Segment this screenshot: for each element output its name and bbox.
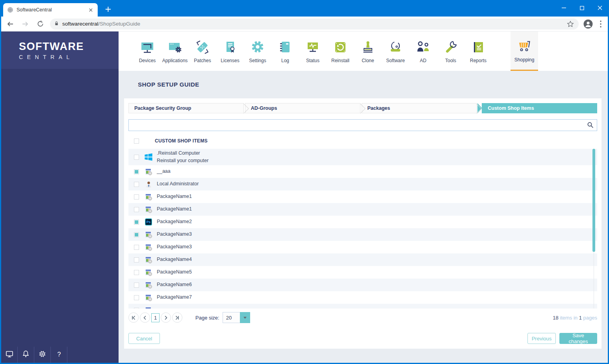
licenses-icon — [222, 39, 238, 55]
prev-page-button[interactable] — [140, 312, 150, 323]
first-page-button[interactable] — [128, 312, 139, 323]
row-checkbox[interactable] — [134, 257, 139, 262]
page-title: SHOP SETUP GUIDE — [138, 81, 199, 88]
sidebar-footer-monitor-button[interactable] — [1, 347, 18, 363]
package-icon — [144, 229, 153, 240]
reload-button[interactable] — [34, 18, 46, 30]
item-name: .Reinstall Computer — [157, 150, 208, 157]
wizard-step-package-security-group[interactable]: Package Security Group — [128, 103, 244, 113]
cancel-button[interactable]: Cancel — [128, 333, 160, 344]
profile-avatar[interactable] — [583, 19, 593, 29]
browser-menu-icon[interactable] — [597, 19, 605, 29]
next-page-button[interactable] — [161, 312, 171, 323]
row-checkbox[interactable] — [134, 207, 139, 212]
item-name: PackageName3 — [157, 243, 192, 251]
row-checkbox[interactable] — [134, 308, 139, 309]
nav-item-clone[interactable]: Clone — [354, 31, 382, 71]
row-checkbox[interactable] — [134, 283, 139, 288]
nav-item-ad[interactable]: AD — [409, 31, 437, 71]
nav-item-software[interactable]: Software — [382, 31, 409, 71]
row-checkbox[interactable] — [134, 194, 139, 200]
row-checkbox[interactable] — [134, 169, 139, 174]
sidebar-footer-bell-button[interactable] — [18, 347, 34, 363]
package-icon — [144, 166, 153, 177]
package-icon — [144, 255, 153, 265]
bookmark-star-icon[interactable] — [566, 20, 575, 28]
select-all-checkbox[interactable] — [134, 139, 139, 144]
gear-icon — [38, 350, 46, 360]
tab-title: SoftwareCentral — [17, 7, 87, 13]
table-row[interactable]: PackageName1 — [128, 190, 597, 203]
browser-tab[interactable]: SoftwareCentral — [3, 3, 98, 17]
row-checkbox[interactable] — [134, 245, 139, 250]
item-subtitle: Reinstall your computer — [157, 157, 208, 164]
row-text: .Reinstall ComputerReinstall your comput… — [157, 150, 208, 165]
previous-button[interactable]: Previous — [527, 333, 556, 344]
nav-item-status[interactable]: Status — [299, 31, 327, 71]
table-row[interactable] — [128, 304, 597, 309]
table-row[interactable]: __aaa — [128, 165, 597, 178]
scrollbar-thumb[interactable] — [592, 149, 595, 252]
table-row[interactable]: PackageName3 — [128, 228, 597, 241]
nav-item-shopping[interactable]: Shopping — [511, 31, 538, 71]
search-icon[interactable] — [587, 122, 594, 128]
nav-item-licenses[interactable]: Licenses — [216, 31, 244, 71]
table-row[interactable]: PackageName6 — [128, 279, 597, 291]
table-row[interactable]: .Reinstall ComputerReinstall your comput… — [128, 149, 597, 165]
address-bar[interactable]: softwarecentral/ShopSetupGuide — [50, 18, 579, 30]
nav-item-tools[interactable]: Tools — [437, 31, 464, 71]
page-size-select[interactable]: 20 — [223, 312, 250, 323]
search-input[interactable] — [129, 120, 597, 131]
nav-item-applications[interactable]: Applications — [161, 31, 189, 71]
row-checkbox[interactable] — [134, 220, 139, 225]
ps-icon: Ps — [144, 217, 153, 227]
table-row[interactable]: PackageName7 — [128, 291, 597, 304]
forward-button[interactable] — [19, 18, 31, 30]
page-size-dropdown-icon[interactable] — [240, 312, 250, 323]
sidebar-footer-gear-button[interactable] — [34, 347, 51, 363]
sidebar-footer-help-button[interactable]: ? — [51, 347, 67, 363]
maximize-button[interactable] — [573, 0, 591, 17]
nav-item-label: Patches — [194, 58, 211, 63]
close-button[interactable] — [591, 0, 609, 17]
tab-close-icon[interactable] — [87, 7, 94, 13]
app-logo[interactable]: SOFTWARE CENTRAL — [1, 31, 119, 69]
browser-titlebar: SoftwareCentral — [0, 0, 609, 17]
new-tab-button[interactable] — [103, 5, 113, 15]
row-checkbox[interactable] — [134, 182, 139, 187]
nav-item-reports[interactable]: Reports — [464, 31, 492, 71]
package-icon — [144, 292, 153, 303]
wizard-step-label: Custom Shop Items — [488, 105, 534, 111]
wizard-step-ad-groups[interactable]: AD-Groups — [245, 103, 360, 113]
nav-item-label: Reinstall — [331, 58, 349, 63]
back-button[interactable] — [4, 18, 16, 30]
table-row[interactable]: Local Administrator — [128, 178, 597, 190]
row-checkbox[interactable] — [134, 155, 139, 160]
table-row[interactable]: PackageName4 — [128, 253, 597, 266]
table-row[interactable]: PsPackageName2 — [128, 216, 597, 228]
nav-item-settings[interactable]: Settings — [244, 31, 271, 71]
nav-item-label: Reports — [470, 58, 486, 63]
nav-item-log[interactable]: Log — [271, 31, 299, 71]
svg-text:?: ? — [57, 351, 61, 357]
row-text: Local Administrator — [157, 180, 199, 188]
table-row[interactable]: PackageName3 — [128, 241, 597, 253]
row-checkbox[interactable] — [134, 270, 139, 275]
table-row[interactable]: PackageName5 — [128, 266, 597, 279]
shop-items-list: .Reinstall ComputerReinstall your comput… — [128, 149, 597, 309]
minimize-button[interactable] — [555, 0, 573, 17]
last-page-button[interactable] — [172, 312, 182, 323]
save-changes-button[interactable]: Save changes — [559, 333, 597, 344]
nav-item-reinstall[interactable]: Reinstall — [327, 31, 354, 71]
wizard-step-custom-shop-items[interactable]: Custom Shop Items — [482, 103, 597, 113]
row-checkbox[interactable] — [134, 232, 139, 237]
nav-item-devices[interactable]: Devices — [134, 31, 161, 71]
table-row[interactable]: PackageName1 — [128, 203, 597, 216]
nav-item-patches[interactable]: Patches — [189, 31, 216, 71]
nav-item-label: AD — [420, 58, 427, 63]
row-checkbox[interactable] — [134, 295, 139, 300]
item-name: PackageName6 — [157, 281, 192, 288]
current-page-button[interactable]: 1 — [151, 313, 160, 322]
nav-item-label: Clone — [362, 58, 374, 63]
wizard-step-packages[interactable]: Packages — [362, 103, 477, 113]
